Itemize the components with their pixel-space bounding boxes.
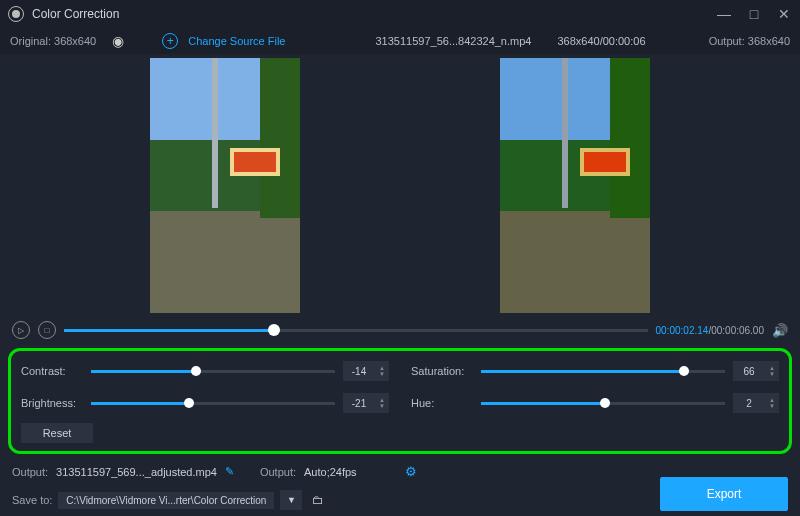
change-source-link[interactable]: Change Source File: [188, 35, 285, 47]
app-icon: [8, 6, 24, 22]
volume-icon[interactable]: 🔊: [772, 323, 788, 338]
save-path-field[interactable]: C:\Vidmore\Vidmore Vi...rter\Color Corre…: [58, 492, 274, 509]
time-display: 00:00:02.14/00:00:06.00: [656, 325, 764, 336]
stop-button[interactable]: □: [38, 321, 56, 339]
add-source-icon[interactable]: +: [162, 33, 178, 49]
output-format: Auto;24fps: [304, 466, 357, 478]
contrast-row: Contrast: -14 ▲▼: [21, 361, 389, 381]
source-filename: 313511597_56...842324_n.mp4: [375, 35, 531, 47]
hue-spinner[interactable]: ▲▼: [765, 397, 779, 409]
edit-filename-icon[interactable]: ✎: [225, 465, 234, 478]
settings-icon[interactable]: ⚙: [405, 464, 417, 479]
output-dim-label: Output: 368x640: [709, 35, 790, 47]
brightness-label: Brightness:: [21, 397, 83, 409]
saturation-slider[interactable]: [481, 370, 725, 373]
close-button[interactable]: ✕: [776, 6, 792, 22]
output-preview: [500, 58, 650, 313]
eye-icon[interactable]: ◉: [112, 33, 124, 49]
contrast-slider[interactable]: [91, 370, 335, 373]
open-folder-icon[interactable]: 🗀: [312, 493, 324, 507]
brightness-slider[interactable]: [91, 402, 335, 405]
brightness-spinner[interactable]: ▲▼: [375, 397, 389, 409]
hue-value-input[interactable]: 2 ▲▼: [733, 393, 779, 413]
contrast-value-input[interactable]: -14 ▲▼: [343, 361, 389, 381]
saturation-value-input[interactable]: 66 ▲▼: [733, 361, 779, 381]
brightness-row: Brightness: -21 ▲▼: [21, 393, 389, 413]
saturation-label: Saturation:: [411, 365, 473, 377]
minimize-button[interactable]: —: [716, 6, 732, 22]
saturation-spinner[interactable]: ▲▼: [765, 365, 779, 377]
output-filename: 313511597_569..._adjusted.mp4: [56, 466, 217, 478]
saturation-row: Saturation: 66 ▲▼: [411, 361, 779, 381]
window-title: Color Correction: [32, 7, 119, 21]
export-button[interactable]: Export: [660, 477, 788, 511]
output-file-label: Output:: [12, 466, 48, 478]
timeline-slider[interactable]: [64, 329, 648, 332]
output-format-label: Output:: [260, 466, 296, 478]
source-meta: 368x640/00:00:06: [557, 35, 645, 47]
original-dim-label: Original: 368x640: [10, 35, 96, 47]
original-preview: [150, 58, 300, 313]
brightness-value-input[interactable]: -21 ▲▼: [343, 393, 389, 413]
maximize-button[interactable]: □: [746, 6, 762, 22]
contrast-label: Contrast:: [21, 365, 83, 377]
play-button[interactable]: ▷: [12, 321, 30, 339]
save-path-dropdown[interactable]: ▼: [280, 490, 302, 510]
color-controls-panel: Contrast: -14 ▲▼ Saturation: 66 ▲▼ Brigh…: [8, 348, 792, 454]
reset-button[interactable]: Reset: [21, 423, 93, 443]
contrast-spinner[interactable]: ▲▼: [375, 365, 389, 377]
hue-row: Hue: 2 ▲▼: [411, 393, 779, 413]
hue-label: Hue:: [411, 397, 473, 409]
save-to-label: Save to:: [12, 494, 52, 506]
hue-slider[interactable]: [481, 402, 725, 405]
